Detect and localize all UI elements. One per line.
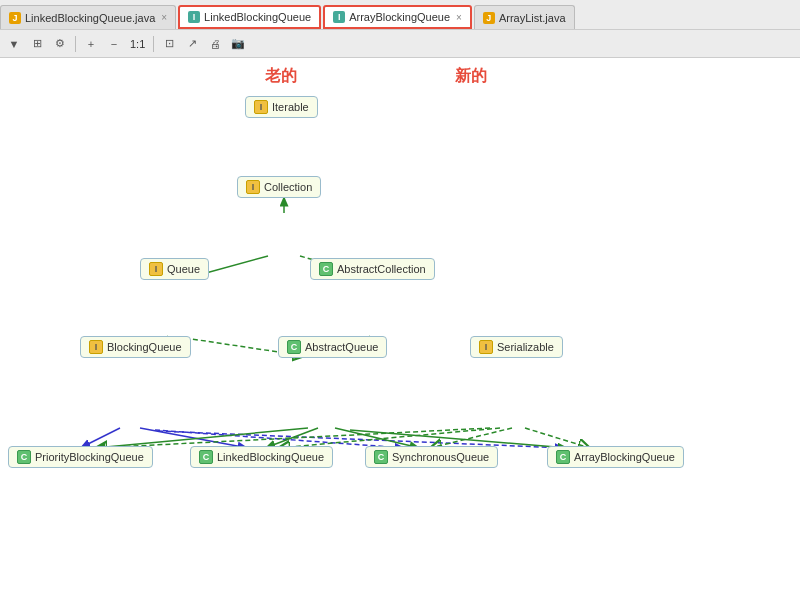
interface-icon: I xyxy=(254,100,268,114)
separator xyxy=(75,36,76,52)
node-queue[interactable]: I Queue xyxy=(140,258,209,280)
node-linkedblockingqueue[interactable]: C LinkedBlockingQueue xyxy=(190,446,333,468)
tab-linkedblockingqueue[interactable]: I LinkedBlockingQueue xyxy=(178,5,321,29)
svg-line-17 xyxy=(525,428,590,448)
layout-btn[interactable]: ⊞ xyxy=(27,34,47,54)
tab-arraylist-java[interactable]: J ArrayList.java xyxy=(474,5,575,29)
java-icon: J xyxy=(483,12,495,24)
class-icon: C xyxy=(374,450,388,464)
node-label: Queue xyxy=(167,263,200,275)
node-label: BlockingQueue xyxy=(107,341,182,353)
tab-close-icon[interactable]: × xyxy=(456,12,462,23)
node-synchronousqueue[interactable]: C SynchronousQueue xyxy=(365,446,498,468)
node-label: ArrayBlockingQueue xyxy=(574,451,675,463)
java-icon: J xyxy=(9,12,21,24)
interface-icon: I xyxy=(89,340,103,354)
class-icon: C xyxy=(319,262,333,276)
node-iterable[interactable]: I Iterable xyxy=(245,96,318,118)
node-label: Iterable xyxy=(272,101,309,113)
export-btn[interactable]: ↗ xyxy=(182,34,202,54)
toolbar: ▼ ⊞ ⚙ + − 1:1 ⊡ ↗ 🖨 📷 xyxy=(0,30,800,58)
tab-bar: J LinkedBlockingQueue.java × I LinkedBlo… xyxy=(0,0,800,30)
interface-icon: I xyxy=(479,340,493,354)
node-abstractcollection[interactable]: C AbstractCollection xyxy=(310,258,435,280)
node-label: AbstractQueue xyxy=(305,341,378,353)
tab-label: LinkedBlockingQueue.java xyxy=(25,12,155,24)
svg-line-12 xyxy=(335,428,420,448)
zoom-in-btn[interactable]: + xyxy=(81,34,101,54)
node-priorityblockingqueue[interactable]: C PriorityBlockingQueue xyxy=(8,446,153,468)
class-icon: C xyxy=(287,340,301,354)
node-blockingqueue[interactable]: I BlockingQueue xyxy=(80,336,191,358)
svg-line-10 xyxy=(95,428,308,448)
diagram-area: 老的 新的 xyxy=(0,58,800,590)
svg-line-7 xyxy=(140,428,248,448)
print-btn[interactable]: 🖨 xyxy=(205,34,225,54)
tab-label: ArrayList.java xyxy=(499,12,566,24)
node-label: Serializable xyxy=(497,341,554,353)
tab-arrayblockingqueue[interactable]: I ArrayBlockingQueue × xyxy=(323,5,472,29)
label-new: 新的 xyxy=(455,66,487,87)
svg-line-6 xyxy=(80,428,120,448)
node-serializable[interactable]: I Serializable xyxy=(470,336,563,358)
filter-btn[interactable]: ▼ xyxy=(4,34,24,54)
node-label: LinkedBlockingQueue xyxy=(217,451,324,463)
node-abstractqueue[interactable]: C AbstractQueue xyxy=(278,336,387,358)
svg-line-15 xyxy=(278,428,500,448)
svg-line-11 xyxy=(265,428,318,448)
fit-btn[interactable]: ⊡ xyxy=(159,34,179,54)
label-old: 老的 xyxy=(265,66,297,87)
tab-close-icon[interactable]: × xyxy=(161,12,167,23)
zoom-out-btn[interactable]: − xyxy=(104,34,124,54)
class-icon: C xyxy=(199,450,213,464)
node-label: Collection xyxy=(264,181,312,193)
separator xyxy=(153,36,154,52)
interface-icon: I xyxy=(188,11,200,23)
node-label: PriorityBlockingQueue xyxy=(35,451,144,463)
node-arrayblockingqueue[interactable]: C ArrayBlockingQueue xyxy=(547,446,684,468)
class-icon: C xyxy=(17,450,31,464)
settings-btn[interactable]: ⚙ xyxy=(50,34,70,54)
camera-btn[interactable]: 📷 xyxy=(228,34,248,54)
tab-linkedblockingqueue-java[interactable]: J LinkedBlockingQueue.java × xyxy=(0,5,176,29)
interface-icon: I xyxy=(149,262,163,276)
interface-icon: I xyxy=(246,180,260,194)
arrows-svg xyxy=(0,58,800,590)
zoom-label: 1:1 xyxy=(127,38,148,50)
node-label: AbstractCollection xyxy=(337,263,426,275)
tab-label: ArrayBlockingQueue xyxy=(349,11,450,23)
class-icon: C xyxy=(556,450,570,464)
svg-line-16 xyxy=(430,428,512,448)
tab-label: LinkedBlockingQueue xyxy=(204,11,311,23)
interface-icon: I xyxy=(333,11,345,23)
svg-line-14 xyxy=(95,428,490,448)
node-collection[interactable]: I Collection xyxy=(237,176,321,198)
node-label: SynchronousQueue xyxy=(392,451,489,463)
